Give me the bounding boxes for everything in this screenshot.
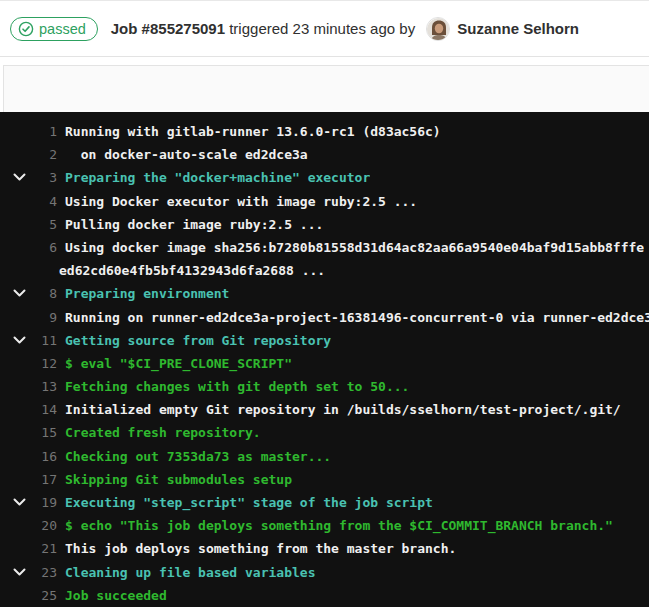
log-line: 11 Getting source from Git repository xyxy=(0,329,649,352)
chevron-down-icon[interactable] xyxy=(13,568,26,577)
line-number[interactable]: 21 xyxy=(30,537,57,560)
user-name-link[interactable]: Suzanne Selhorn xyxy=(457,20,579,37)
log-line: 6 Using docker image sha256:b7280b81558d… xyxy=(0,236,649,259)
log-line: 4 Using Docker executor with image ruby:… xyxy=(0,190,649,213)
collapse-cell xyxy=(0,336,30,345)
line-text: Initialized empty Git repository in /bui… xyxy=(65,398,621,421)
log-line: 25 Job succeeded xyxy=(0,584,649,607)
line-number[interactable]: 15 xyxy=(30,421,57,444)
line-text: $ eval "$CI_PRE_CLONE_SCRIPT" xyxy=(65,352,292,375)
log-line: 2 on docker-auto-scale ed2dce3a xyxy=(0,143,649,166)
log-line: 3 Preparing the "docker+machine" executo… xyxy=(0,166,649,189)
log-line: 21 This job deploys something from the m… xyxy=(0,537,649,560)
job-log: 1 Running with gitlab-runner 13.6.0-rc1 … xyxy=(0,112,649,607)
line-text: Skipping Git submodules setup xyxy=(65,468,292,491)
log-line: 19 Executing "step_script" stage of the … xyxy=(0,491,649,514)
line-number[interactable]: 5 xyxy=(30,213,57,236)
line-number[interactable]: 3 xyxy=(30,166,57,189)
chevron-down-icon[interactable] xyxy=(13,336,26,345)
line-number[interactable]: 4 xyxy=(30,190,57,213)
line-text: on docker-auto-scale ed2dce3a xyxy=(65,143,308,166)
log-line: 5 Pulling docker image ruby:2.5 ... xyxy=(0,213,649,236)
line-text: Running with gitlab-runner 13.6.0-rc1 (d… xyxy=(65,120,441,143)
log-line: 12 $ eval "$CI_PRE_CLONE_SCRIPT" xyxy=(0,352,649,375)
log-line: 1 Running with gitlab-runner 13.6.0-rc1 … xyxy=(0,120,649,143)
line-text: Running on runner-ed2dce3a-project-16381… xyxy=(65,306,649,329)
header-gap xyxy=(0,57,649,65)
line-text: Cleaning up file based variables xyxy=(65,561,315,584)
chevron-down-icon[interactable] xyxy=(13,289,26,298)
job-header: passed Job #855275091 triggered 23 minut… xyxy=(0,1,649,57)
line-text: Getting source from Git repository xyxy=(65,329,331,352)
job-log-controls xyxy=(3,65,649,112)
line-number[interactable]: 2 xyxy=(30,143,57,166)
line-number[interactable]: 19 xyxy=(30,491,57,514)
line-text: This job deploys something from the mast… xyxy=(65,537,456,560)
line-number[interactable]: 16 xyxy=(30,445,57,468)
line-number[interactable]: 9 xyxy=(30,306,57,329)
collapse-cell xyxy=(0,498,30,507)
chevron-down-icon[interactable] xyxy=(13,173,26,182)
line-text: Pulling docker image ruby:2.5 ... xyxy=(65,213,323,236)
line-number[interactable]: 11 xyxy=(30,329,57,352)
line-number[interactable]: 20 xyxy=(30,514,57,537)
log-line: 8 Preparing environment xyxy=(0,282,649,305)
line-text: Created fresh repository. xyxy=(65,421,261,444)
log-line: 16 Checking out 7353da73 as master... xyxy=(0,445,649,468)
line-text: $ echo "This job deploys something from … xyxy=(65,514,613,537)
job-triggered-text: triggered 23 minutes ago by xyxy=(225,20,419,37)
collapse-cell xyxy=(0,568,30,577)
job-page: passed Job #855275091 triggered 23 minut… xyxy=(0,0,649,607)
status-badge[interactable]: passed xyxy=(10,17,98,41)
line-number[interactable]: 23 xyxy=(30,561,57,584)
line-text: Fetching changes with git depth set to 5… xyxy=(65,375,409,398)
line-number[interactable]: 17 xyxy=(30,468,57,491)
line-text: Preparing environment xyxy=(65,282,229,305)
line-text: Job succeeded xyxy=(65,584,167,607)
line-text: Executing "step_script" stage of the job… xyxy=(65,491,433,514)
line-number[interactable]: 1 xyxy=(30,120,57,143)
log-line: 20 $ echo "This job deploys something fr… xyxy=(0,514,649,537)
line-number[interactable]: 12 xyxy=(30,352,57,375)
line-number[interactable]: 14 xyxy=(30,398,57,421)
line-text: Using Docker executor with image ruby:2.… xyxy=(65,190,417,213)
line-text: Checking out 7353da73 as master... xyxy=(65,445,331,468)
log-line: 14 Initialized empty Git repository in /… xyxy=(0,398,649,421)
collapse-cell xyxy=(0,289,30,298)
log-line: 13 Fetching changes with git depth set t… xyxy=(0,375,649,398)
log-line: 23 Cleaning up file based variables xyxy=(0,561,649,584)
status-badge-label: passed xyxy=(39,21,86,37)
avatar[interactable] xyxy=(426,17,450,41)
line-number[interactable]: 25 xyxy=(30,584,57,607)
chevron-down-icon[interactable] xyxy=(13,498,26,507)
line-text: ed62cd60e4fb5bf4132943d6fa2688 ... xyxy=(59,259,325,282)
log-line: 9 Running on runner-ed2dce3a-project-163… xyxy=(0,306,649,329)
check-circle-icon xyxy=(18,21,34,37)
log-line: 15 Created fresh repository. xyxy=(0,421,649,444)
line-number[interactable]: 13 xyxy=(30,375,57,398)
collapse-cell xyxy=(0,173,30,182)
log-line: ed62cd60e4fb5bf4132943d6fa2688 ... xyxy=(0,259,649,282)
line-number[interactable]: 8 xyxy=(30,282,57,305)
line-text: Using docker image sha256:b7280b81558d31… xyxy=(65,236,644,259)
job-id-label: Job #855275091 xyxy=(111,20,225,37)
job-title: Job #855275091 triggered 23 minutes ago … xyxy=(111,17,579,41)
log-line: 17 Skipping Git submodules setup xyxy=(0,468,649,491)
line-text: Preparing the "docker+machine" executor xyxy=(65,166,370,189)
line-number[interactable]: 6 xyxy=(30,236,57,259)
